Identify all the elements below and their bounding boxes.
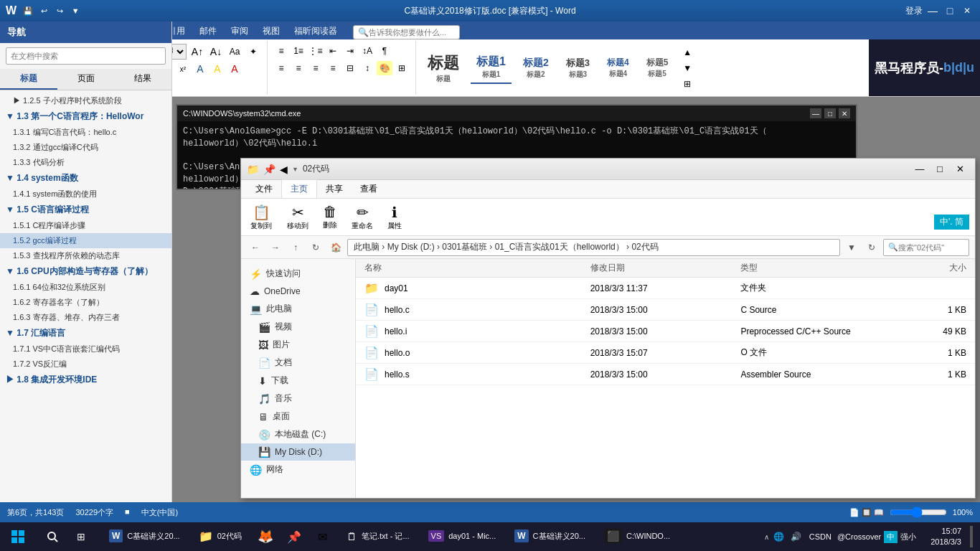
exp-delete-btn[interactable]: 🗑 删除 (320, 201, 340, 233)
tray-network-icon[interactable]: 🌐 (772, 529, 786, 544)
file-row-day01[interactable]: 📁 day01 2018/3/3 11:37 文件夹 (356, 278, 975, 299)
system-clock[interactable]: 15:07 2018/3/3 (925, 526, 967, 548)
show-para-btn[interactable]: ¶ (377, 44, 392, 58)
justify-btn[interactable]: ≡ (325, 61, 341, 75)
addr-path-dropdown-btn[interactable]: ▼ (843, 239, 860, 256)
tab-mailings[interactable]: 邮件 (192, 23, 224, 39)
nav-item-3[interactable]: 1.3.1 编写C语言代码：hello.c (0, 125, 171, 140)
sort-btn[interactable]: ↕A (359, 44, 375, 58)
font-color-btn[interactable]: A (227, 62, 242, 76)
cmd-title-bar[interactable]: C:\WINDOWS\system32\cmd.exe — □ ✕ (177, 105, 856, 121)
text-effect-btn[interactable]: A (192, 62, 208, 76)
tray-input-csdn[interactable]: CSDN (806, 532, 834, 541)
sidebar-quick-access[interactable]: ⚡ 快速访问 (241, 265, 355, 283)
style-heading3[interactable]: 标题3 标题3 (560, 54, 595, 83)
explorer-maximize-btn[interactable]: □ (930, 161, 949, 177)
nav-item-9[interactable]: 1.5.1 C程序编译步骤 (0, 218, 171, 233)
numbered-btn[interactable]: 1≡ (291, 44, 306, 58)
nav-item-14[interactable]: 1.6.2 寄存器名字（了解） (0, 295, 171, 310)
shading-btn[interactable]: 🎨 (377, 61, 392, 75)
decrease-font-btn[interactable]: A↓ (208, 44, 224, 59)
style-more-btn[interactable]: ⊞ (679, 77, 695, 91)
addr-search-input[interactable] (898, 243, 964, 252)
nav-tab-headings[interactable]: 标题 (0, 69, 57, 90)
taskbar-pin-btn[interactable]: 📌 (281, 523, 308, 550)
explorer-title-bar[interactable]: 📁 📌 ◀ ▼ 02代码 — □ ✕ (241, 159, 975, 180)
change-case-btn[interactable]: Aa (227, 44, 242, 59)
nav-item-7[interactable]: 1.4.1 system函数的使用 (0, 187, 171, 202)
sidebar-documents[interactable]: 📄 文档 (241, 354, 355, 372)
nav-item-8[interactable]: ▼ 1.5 C语言编译过程 (0, 202, 171, 218)
line-spacing-btn[interactable]: ↕ (359, 61, 375, 75)
style-title[interactable]: 标题 标题 (422, 50, 465, 87)
taskbar-firefox-btn[interactable]: 🦊 (252, 523, 279, 550)
tab-review[interactable]: 审阅 (224, 23, 255, 39)
increase-font-btn[interactable]: A↑ (189, 44, 205, 59)
nav-item-17[interactable]: 1.7.1 VS中C语言嵌套汇编代码 (0, 342, 171, 357)
file-row-hellos[interactable]: 📄 hello.s 2018/3/3 15:00 Assembler Sourc… (356, 364, 975, 385)
sidebar-network[interactable]: 🌐 网络 (241, 461, 355, 479)
col-type-header[interactable]: 类型 (740, 262, 891, 274)
exp-copy-to-btn[interactable]: 📋 复制到 (247, 200, 275, 235)
file-row-helloi[interactable]: 📄 hello.i 2018/3/3 15:00 Preprocessed C/… (356, 321, 975, 342)
nav-item-11[interactable]: 1.5.3 查找程序所依赖的动态库 (0, 248, 171, 263)
tab-foxit[interactable]: 福昕阅读器 (287, 23, 344, 39)
show-desktop-btn[interactable] (970, 526, 973, 547)
col-size-header[interactable]: 大小 (891, 262, 966, 274)
tray-input-crossover[interactable]: @Crossover (837, 532, 881, 541)
nav-item-15[interactable]: 1.6.3 寄存器、堆存、内存三者 (0, 310, 171, 325)
style-down-btn[interactable]: ▼ (679, 61, 695, 75)
multilevel-btn[interactable]: ⋮≡ (308, 44, 324, 58)
text-highlight-btn[interactable]: A (209, 62, 225, 76)
nav-item-12[interactable]: ▼ 1.6 CPU内部构造与寄存器（了解） (0, 263, 171, 280)
taskbar-task-view-btn[interactable]: ⊞ (67, 523, 95, 550)
nav-item-16[interactable]: ▼ 1.7 汇编语言 (0, 325, 171, 342)
taskbar-vs[interactable]: VS day01 - Mic... (420, 523, 505, 550)
exp-move-to-btn[interactable]: ✂ 移动到 (284, 201, 311, 234)
nav-item-18[interactable]: 1.7.2 VS反汇编 (0, 357, 171, 372)
explorer-close-btn[interactable]: ✕ (951, 161, 969, 177)
col-date-header[interactable]: 修改日期 (590, 262, 741, 274)
tell-me-input[interactable] (369, 28, 455, 37)
zoom-slider[interactable] (890, 507, 947, 518)
tray-show-icons-btn[interactable]: ∧ (764, 533, 769, 541)
sidebar-onedrive[interactable]: ☁ OneDrive (241, 283, 355, 300)
minimize-btn[interactable]: — (925, 4, 940, 17)
redo-qa-btn[interactable]: ↪ (52, 4, 67, 17)
exp-tab-share[interactable]: 共享 (317, 180, 352, 198)
sidebar-cdrive[interactable]: 💿 本地磁盘 (C:) (241, 425, 355, 443)
explorer-dropdown-icon[interactable]: ▼ (292, 166, 298, 173)
cmd-minimize-btn[interactable]: — (810, 108, 821, 118)
sidebar-videos[interactable]: 🎬 视频 (241, 318, 355, 336)
addr-refresh2-btn[interactable]: ↻ (863, 239, 880, 256)
nav-item-19[interactable]: ▶ 1.8 集成开发环境IDE (0, 372, 171, 388)
decrease-indent-btn[interactable]: ⇤ (325, 44, 341, 58)
exp-rename-btn[interactable]: ✏ 重命名 (349, 201, 376, 234)
addr-back-btn[interactable]: ← (247, 239, 264, 256)
addr-forward-btn[interactable]: → (267, 239, 284, 256)
sidebar-desktop[interactable]: 🖥 桌面 (241, 408, 355, 425)
nav-item-2[interactable]: ▼ 1.3 第一个C语言程序：HelloWor (0, 108, 171, 125)
dropdown-qa-btn[interactable]: ▼ (68, 4, 83, 17)
sidebar-downloads[interactable]: ⬇ 下载 (241, 372, 355, 390)
nav-item-6[interactable]: ▼ 1.4 system函数 (0, 170, 171, 187)
nav-item-10[interactable]: 1.5.2 gcc编译过程 (0, 233, 171, 248)
superscript-btn[interactable]: x² (175, 62, 191, 76)
style-heading2[interactable]: 标题2 标题2 (517, 54, 555, 83)
taskbar-search-btn[interactable] (39, 523, 66, 550)
style-heading4[interactable]: 标题4 标题4 (601, 54, 635, 82)
borders-btn[interactable]: ⊞ (394, 61, 410, 75)
taskbar-word-doc[interactable]: W C基础讲义20... (100, 523, 189, 550)
nav-item-4[interactable]: 1.3.2 通过gcc编译C代码 (0, 140, 171, 155)
explorer-minimize-btn[interactable]: — (910, 161, 929, 177)
language-btn[interactable]: 中'. 简 (934, 215, 969, 230)
undo-qa-btn[interactable]: ↩ (37, 4, 51, 17)
addr-home-btn[interactable]: 🏠 (327, 239, 344, 256)
clear-format-btn[interactable]: ✦ (245, 44, 261, 59)
nav-search-input[interactable] (6, 47, 166, 65)
sidebar-pictures[interactable]: 🖼 图片 (241, 336, 355, 354)
save-qa-btn[interactable]: 💾 (21, 4, 35, 17)
exp-tab-view[interactable]: 查看 (352, 180, 386, 198)
columns-btn[interactable]: ⊟ (342, 61, 358, 75)
tray-input-lang[interactable]: 中 (884, 531, 897, 543)
